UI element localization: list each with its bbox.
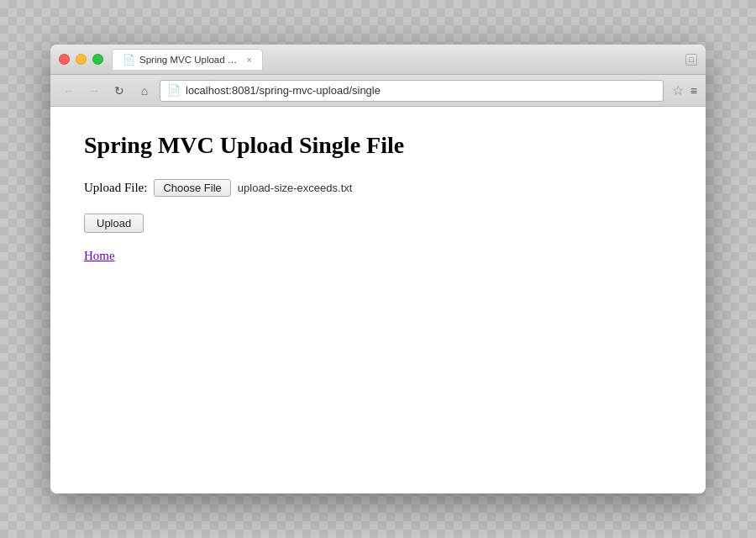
maximize-button[interactable] — [92, 54, 103, 65]
active-tab[interactable]: 📄 Spring MVC Upload Single × — [112, 49, 263, 70]
page-content: Spring MVC Upload Single File Upload Fil… — [50, 107, 706, 493]
title-bar: 📄 Spring MVC Upload Single × □ — [50, 45, 706, 75]
tab-title: Spring MVC Upload Single — [139, 55, 239, 65]
close-button[interactable] — [59, 54, 70, 65]
page-title: Spring MVC Upload Single File — [84, 132, 672, 159]
address-bar-input[interactable]: 📄 localhost:8081/spring-mvc-upload/singl… — [160, 80, 664, 102]
minimize-button[interactable] — [76, 54, 87, 65]
reload-button[interactable]: ↻ — [109, 81, 129, 101]
home-button[interactable]: ⌂ — [134, 81, 155, 101]
tab-close-icon[interactable]: × — [247, 55, 252, 65]
bookmark-button[interactable]: ☆ — [672, 82, 684, 98]
address-page-icon: 📄 — [167, 84, 181, 97]
menu-button[interactable]: ≡ — [690, 84, 697, 98]
home-link-wrap: Home — [84, 248, 672, 263]
window-controls-right: □ — [685, 54, 697, 66]
traffic-lights — [59, 54, 103, 65]
tab-bar: 📄 Spring MVC Upload Single × — [112, 49, 685, 70]
home-link[interactable]: Home — [84, 249, 115, 262]
upload-button[interactable]: Upload — [84, 214, 144, 233]
upload-file-row: Upload File: Choose File upload-size-exc… — [84, 179, 672, 197]
forward-button[interactable]: → — [84, 81, 104, 101]
tab-icon: 📄 — [123, 54, 134, 66]
browser-window: 📄 Spring MVC Upload Single × □ ← → ↻ ⌂ 📄… — [50, 45, 706, 493]
choose-file-button[interactable]: Choose File — [154, 179, 230, 197]
back-button[interactable]: ← — [59, 81, 79, 101]
upload-file-label: Upload File: — [84, 181, 147, 195]
address-bar: ← → ↻ ⌂ 📄 localhost:8081/spring-mvc-uplo… — [50, 75, 706, 107]
selected-file-name: upload-size-exceeds.txt — [238, 182, 353, 194]
window-resize-button[interactable]: □ — [685, 54, 697, 66]
url-text: localhost:8081/spring-mvc-upload/single — [186, 84, 656, 97]
